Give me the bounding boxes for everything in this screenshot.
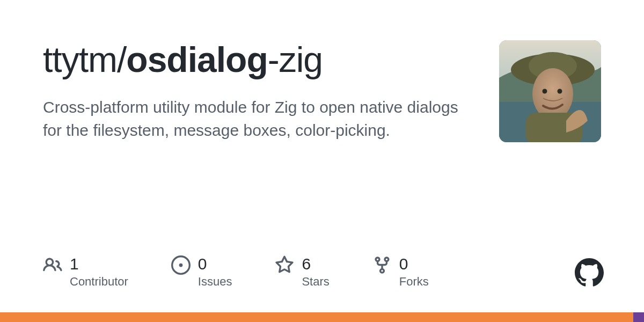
repo-owner: ttytm	[43, 40, 117, 79]
repo-description: Cross-platform utility module for Zig to…	[43, 96, 478, 142]
contributors-label: Contributor	[70, 275, 128, 289]
issues-label: Issues	[198, 275, 232, 289]
stat-stars: 6 Stars	[275, 254, 329, 289]
fork-icon	[372, 255, 392, 275]
language-segment-2	[633, 312, 644, 322]
repo-title: ttytm/osdialog-zig	[43, 40, 478, 79]
repo-separator: /	[117, 40, 126, 79]
people-icon	[43, 255, 62, 275]
stat-contributors: 1 Contributor	[43, 254, 128, 289]
stars-label: Stars	[302, 275, 329, 289]
github-logo-icon	[575, 258, 604, 287]
stat-issues: 0 Issues	[171, 254, 232, 289]
contributors-count: 1	[70, 254, 128, 274]
stars-count: 6	[302, 254, 329, 274]
language-bar	[0, 312, 644, 322]
svg-point-7	[558, 89, 562, 94]
avatar	[499, 40, 601, 142]
repo-name: osdialog	[126, 40, 267, 79]
forks-label: Forks	[399, 275, 429, 289]
svg-point-6	[543, 89, 547, 94]
forks-count: 0	[399, 254, 429, 274]
issue-icon	[171, 255, 191, 275]
svg-point-4	[532, 68, 573, 120]
repo-name-suffix: -zig	[268, 40, 323, 79]
stats-row: 1 Contributor 0 Issues 6 Stars 0 Forks	[43, 254, 429, 289]
star-icon	[275, 255, 294, 275]
stat-forks: 0 Forks	[372, 254, 429, 289]
issues-count: 0	[198, 254, 232, 274]
language-segment-1	[0, 312, 633, 322]
